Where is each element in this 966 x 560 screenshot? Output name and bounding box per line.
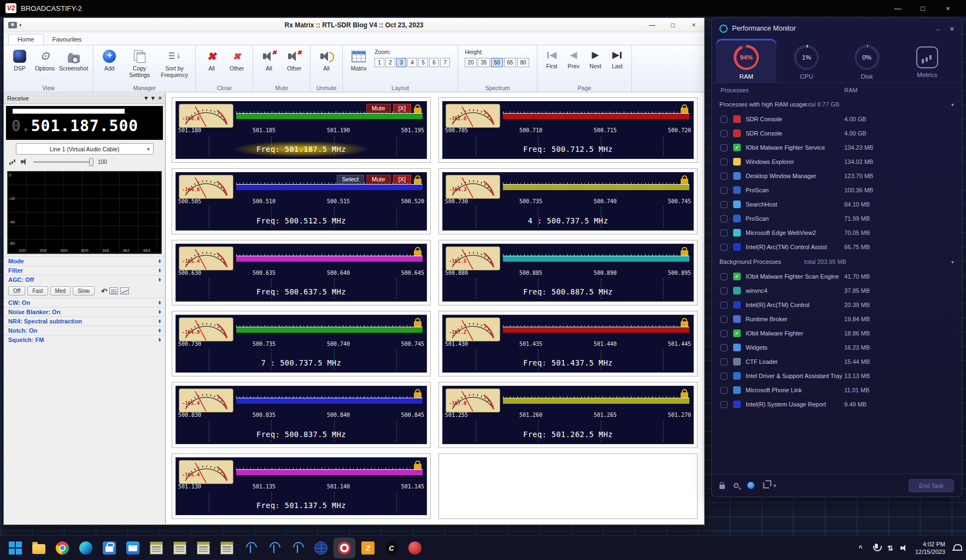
lock-icon[interactable] — [414, 464, 421, 469]
memory-icon[interactable] — [109, 287, 118, 294]
channel-panel[interactable]: -100.8 501.180 501.185 501.190 501.195 — [175, 101, 427, 159]
antenna-app-icon[interactable] — [286, 538, 308, 558]
clock[interactable]: 4:02 PM 12/15/2023 — [915, 540, 945, 556]
tab-cpu[interactable]: 1% CPU — [776, 39, 836, 82]
dsp-section-row[interactable]: AGC: Off ▴▾ — [4, 275, 165, 284]
process-checkbox[interactable] — [721, 201, 728, 208]
process-checkbox[interactable] — [721, 229, 728, 237]
process-checkbox[interactable] — [721, 273, 728, 280]
height-option[interactable]: 20 — [465, 58, 477, 67]
channel-panel[interactable]: -107.0 501.255 501.260 501.265 501.270 — [442, 386, 694, 444]
process-row[interactable]: SDR Console 4.00 GB — [712, 112, 962, 126]
dsp-option-row[interactable]: Noise Blanker: On ▴▾ — [4, 307, 165, 316]
edge-icon[interactable] — [75, 538, 97, 558]
height-option[interactable]: 50 — [491, 58, 503, 67]
window-titlebar[interactable]: ▾ Rx Matrix :: RTL-SDR Blog V4 :: Oct 23… — [4, 18, 704, 32]
channel-panel[interactable]: -104.3 500.730 500.735 500.740 500.745 — [442, 172, 694, 230]
lock-icon[interactable] — [681, 250, 688, 256]
spin-down-icon[interactable]: ▾ — [159, 280, 161, 282]
process-checkbox[interactable] — [721, 344, 728, 351]
spin-down-icon[interactable]: ▾ — [159, 270, 161, 273]
channel-panel[interactable]: -101.5 500.880 500.885 500.890 500.895 — [442, 244, 694, 302]
boost-icon[interactable] — [747, 482, 754, 489]
close-channel-button[interactable]: [X] — [393, 104, 411, 113]
chirp-icon[interactable]: C — [380, 538, 402, 558]
agc-speed-button[interactable]: Med — [50, 286, 71, 296]
channel-panel[interactable]: -105.4 500.830 500.835 500.840 500.845 — [175, 386, 427, 444]
process-row[interactable]: SearchHost 84.10 MB — [712, 197, 962, 211]
process-row[interactable]: CTF Loader 15.44 MB — [712, 355, 962, 369]
process-checkbox[interactable] — [721, 116, 728, 123]
process-row[interactable]: winvnc4 37.85 MB — [712, 284, 962, 298]
process-row[interactable]: Runtime Broker 19.84 MB — [712, 312, 962, 326]
process-checkbox[interactable] — [721, 215, 728, 222]
process-checkbox[interactable] — [721, 287, 728, 294]
zadig-icon[interactable]: Z — [357, 538, 379, 558]
lock-icon[interactable] — [719, 485, 725, 489]
dsp-option-row[interactable]: CW: On ▴▾ — [4, 298, 165, 307]
background-section-header[interactable]: Background Processes total 203.95 MB ▾ — [712, 254, 962, 269]
spin-down-icon[interactable]: ▾ — [159, 321, 161, 323]
notifications-bell-icon[interactable] — [952, 543, 962, 553]
channel-panel[interactable]: -104.9 500.730 500.735 500.740 500.745 — [175, 315, 427, 373]
lock-icon[interactable] — [681, 392, 688, 398]
process-checkbox[interactable] — [721, 316, 728, 323]
channel-panel[interactable]: -104.8 500.505 500.510 500.515 500.520 — [175, 172, 427, 230]
speaker-icon[interactable] — [20, 158, 29, 166]
spin-down-icon[interactable]: ▾ — [159, 303, 161, 305]
zoom-option[interactable]: 4 — [407, 58, 417, 67]
high-usage-section-header[interactable]: Processes with high RAM usage total 8.77… — [712, 97, 962, 112]
process-checkbox[interactable] — [721, 187, 728, 194]
process-row[interactable]: Desktop Window Manager 123.70 MB — [712, 169, 962, 183]
frequency-value[interactable]: 501.187.500 — [31, 117, 138, 135]
volume-slider-handle[interactable] — [89, 158, 93, 166]
store-icon[interactable] — [98, 538, 120, 558]
lock-icon[interactable] — [681, 108, 688, 113]
mail-icon[interactable] — [122, 538, 144, 558]
page-prev-button[interactable]: ◀ Prev — [563, 46, 584, 70]
process-row[interactable]: Widgets 16.23 MB — [712, 340, 962, 355]
process-row[interactable]: ✓ IObit Malware Fighter 18.86 MB — [712, 326, 962, 340]
process-checkbox[interactable] — [721, 401, 728, 408]
process-row[interactable]: Intel Driver & Support Assistant Tray 13… — [712, 369, 962, 383]
page-first-button[interactable]: ◀ First — [541, 46, 563, 70]
unmute-all-button[interactable]: All — [314, 46, 339, 73]
collapse-panel-icon[interactable]: ▾ — [151, 95, 155, 102]
spin-down-icon[interactable]: ▾ — [159, 261, 161, 263]
zoom-option[interactable]: 6 — [429, 58, 439, 67]
chevron-down-icon[interactable]: ▾ — [951, 259, 954, 265]
process-row[interactable]: Microsoft Edge WebView2 70.05 MB — [712, 226, 962, 240]
volume-icon[interactable] — [899, 543, 910, 553]
process-checkbox[interactable] — [721, 358, 728, 366]
height-option[interactable]: 65 — [504, 58, 516, 67]
select-channel-button[interactable]: Select — [337, 175, 365, 184]
dsp-option-row[interactable]: NR4: Spectral subtraction ▴▾ — [4, 316, 165, 326]
process-row[interactable]: ProScan 71.99 MB — [712, 211, 962, 226]
lock-icon[interactable] — [414, 179, 421, 184]
channel-panel[interactable]: -105.4 501.130 501.135 501.140 501.145 — [175, 457, 427, 515]
search-icon[interactable] — [734, 483, 739, 488]
sort-by-frequency-button[interactable]: ↓ Sort by Frequency — [157, 46, 192, 79]
antenna-app-icon[interactable] — [239, 538, 261, 558]
dsp-section-row[interactable]: Filter ▴▾ — [4, 266, 165, 275]
page-next-button[interactable]: ▶ Next — [584, 46, 606, 70]
agc-speed-button[interactable]: Off — [8, 286, 25, 296]
lock-icon[interactable] — [414, 250, 421, 256]
process-checkbox[interactable] — [721, 173, 728, 180]
close-other-button[interactable]: ✖ Other — [224, 46, 249, 73]
agc-speed-button[interactable]: Slow — [73, 286, 95, 296]
graph-icon[interactable] — [120, 287, 129, 294]
agc-speed-button[interactable]: Fast — [27, 286, 48, 296]
antenna-app-icon[interactable] — [263, 538, 285, 558]
process-row[interactable]: Intel(R) Arc(TM) Control 20.39 MB — [712, 298, 962, 312]
network-activity-icon[interactable]: ⇅ — [887, 544, 893, 552]
dsp-section-row[interactable]: Mode ▴▾ — [4, 256, 165, 266]
height-option[interactable]: 35 — [478, 58, 490, 67]
process-checkbox[interactable] — [721, 130, 728, 137]
close-icon[interactable]: × — [950, 25, 954, 33]
tab-home[interactable]: Home — [8, 34, 44, 45]
pin-panel-icon[interactable]: ▾ — [145, 95, 148, 102]
mute-all-button[interactable]: ✖ All — [256, 46, 282, 73]
process-row[interactable]: Intel(R) Arc(TM) Control Assist 66.75 MB — [712, 240, 962, 254]
vnc-maximize-button[interactable]: □ — [910, 4, 935, 13]
